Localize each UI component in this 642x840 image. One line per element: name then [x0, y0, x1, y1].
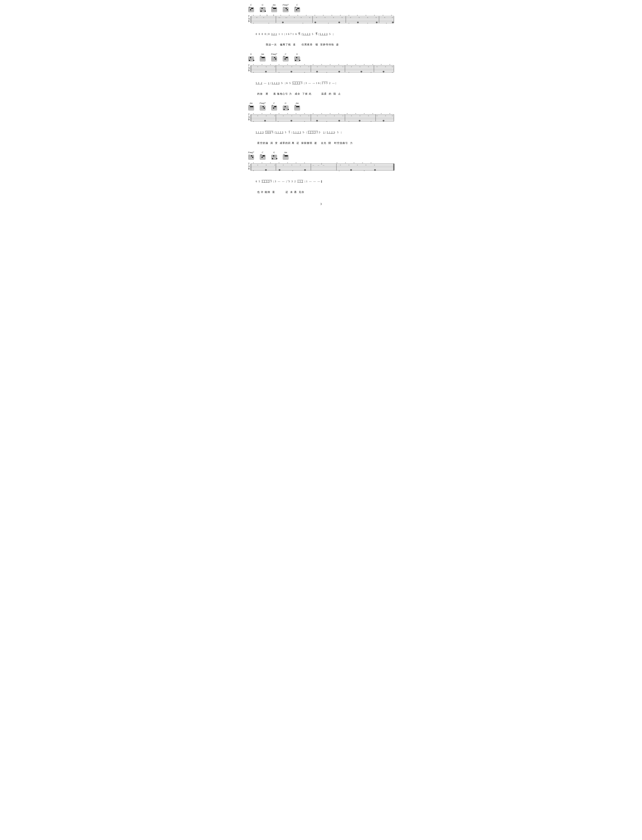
- chord-row-1: C ×: [248, 3, 394, 13]
- svg-point-335: [295, 105, 296, 106]
- svg-text:×: ×: [364, 169, 365, 172]
- svg-text:×: ×: [271, 105, 272, 106]
- svg-text:×: ×: [259, 154, 260, 155]
- svg-text:×: ×: [325, 66, 326, 68]
- svg-text:×: ×: [334, 115, 335, 117]
- chord-row-4: Fmaj7 × ×: [248, 151, 394, 160]
- svg-point-26: [262, 8, 263, 9]
- svg-text:×: ×: [323, 14, 324, 16]
- svg-text:×: ×: [391, 14, 392, 16]
- svg-text:×: ×: [353, 162, 354, 164]
- svg-text:×: ×: [392, 66, 393, 68]
- svg-text:5: 5: [266, 14, 268, 16]
- svg-text:×: ×: [348, 14, 349, 16]
- svg-text:×: ×: [345, 162, 346, 164]
- lyrics-line-3: 星空的漩 涡 变 成零的距 离 还 保留微弱 逝 去光 阴 时空扭曲引 力: [250, 138, 394, 148]
- svg-text:×: ×: [248, 105, 249, 106]
- svg-text:×: ×: [340, 164, 341, 166]
- svg-text:×: ×: [367, 16, 368, 18]
- svg-text:×: ×: [365, 164, 366, 166]
- svg-point-295: [264, 107, 265, 109]
- svg-point-337: [298, 106, 299, 107]
- svg-text:—: —: [285, 16, 287, 18]
- svg-text:×: ×: [351, 115, 352, 117]
- svg-text:×: ×: [384, 16, 385, 18]
- svg-text:⊗: ⊗: [316, 119, 318, 122]
- svg-point-69: [297, 8, 298, 9]
- svg-point-12: [251, 8, 252, 9]
- svg-text:×: ×: [365, 14, 366, 16]
- chord-diagram-Fmaj73: Fmaj7 × ×: [259, 102, 266, 111]
- svg-text:×: ×: [316, 16, 317, 18]
- svg-text:×: ×: [302, 22, 303, 24]
- svg-text:×: ×: [367, 22, 368, 24]
- svg-point-175: [274, 57, 275, 58]
- svg-text:⊗: ⊗: [314, 21, 316, 24]
- svg-text:×: ×: [268, 22, 269, 24]
- svg-text:×: ×: [283, 115, 284, 117]
- svg-text:×: ×: [248, 154, 249, 155]
- svg-point-412: [251, 156, 252, 156]
- svg-point-40: [274, 8, 275, 9]
- svg-text:×: ×: [278, 162, 279, 164]
- chord-label-C4: C: [273, 102, 275, 105]
- svg-point-27: [265, 11, 266, 12]
- chord-label-Fmaj74: Fmaj7: [248, 151, 254, 154]
- notation-line-1: 0 0 0 0 | 0 3 2 1 1 1 | 1 6 7 1 6 5̅ | 5…: [250, 29, 394, 39]
- svg-text:⊗: ⊗: [374, 169, 376, 171]
- chord-diagram-Fmaj71: Fmaj7 × ×: [282, 3, 289, 13]
- tab-staff-3: T A B × × × × × × × × ×: [248, 112, 394, 126]
- svg-text:×: ×: [340, 14, 341, 16]
- svg-point-294: [263, 106, 264, 107]
- svg-text:×: ×: [314, 14, 315, 16]
- svg-text:×: ×: [348, 22, 349, 24]
- svg-text:×: ×: [278, 71, 279, 73]
- section-2: G Am: [248, 53, 394, 99]
- svg-text:×: ×: [313, 63, 314, 65]
- svg-text:×: ×: [300, 115, 301, 117]
- svg-text:⊗: ⊗: [376, 21, 378, 24]
- svg-text:×: ×: [256, 16, 257, 18]
- svg-text:⊗: ⊗: [316, 70, 318, 73]
- svg-point-428: [264, 156, 265, 156]
- svg-point-203: [296, 57, 297, 58]
- chord-diagram-C1: C ×: [248, 3, 255, 13]
- svg-text:×: ×: [359, 66, 360, 68]
- svg-text:×: ×: [274, 164, 275, 166]
- svg-text:×: ×: [294, 6, 295, 8]
- svg-text:×: ×: [351, 66, 352, 68]
- svg-point-440: [273, 156, 274, 156]
- svg-text:×: ×: [292, 169, 293, 172]
- svg-text:—: —: [312, 164, 314, 166]
- svg-text:×: ×: [291, 164, 292, 166]
- chord-label-G2: G: [250, 53, 252, 55]
- chord-label-Fmaj73: Fmaj7: [259, 102, 266, 105]
- svg-point-439: [272, 158, 273, 159]
- section-3: Am ×: [248, 102, 394, 148]
- svg-text:×: ×: [274, 115, 275, 117]
- svg-text:×: ×: [289, 14, 290, 16]
- svg-text:×: ×: [304, 120, 305, 122]
- notation-line-2: 5 3 2 — 1 | 5 1 2 3 5· | 6 5 5 2 3 3 3 |…: [250, 78, 394, 89]
- svg-text:×: ×: [358, 16, 360, 18]
- svg-text:×: ×: [300, 164, 301, 166]
- svg-text:×: ×: [309, 16, 310, 18]
- svg-point-204: [299, 60, 300, 61]
- section-4: Fmaj7 × ×: [248, 151, 394, 198]
- notation-line-3: 5 1 2 3 5 6 6 5 | 5 1 2 3 5 5 | 5 1 2 3 …: [250, 127, 394, 138]
- svg-text:×: ×: [386, 22, 387, 24]
- notation-area-2: 5 3 2 — 1 | 5 1 2 3 5· | 6 5 5 2 3 3 3 |…: [248, 78, 394, 99]
- svg-text:×: ×: [266, 164, 267, 166]
- svg-text:⊗: ⊗: [358, 119, 360, 122]
- svg-point-413: [252, 157, 253, 158]
- svg-text:B: B: [248, 118, 250, 121]
- svg-point-338: [296, 106, 297, 107]
- svg-text:×: ×: [295, 162, 297, 164]
- svg-text:×: ×: [263, 16, 264, 18]
- svg-text:×: ×: [372, 63, 373, 65]
- svg-text:×: ×: [300, 16, 302, 18]
- svg-text:×: ×: [257, 164, 258, 166]
- chord-row-3: Am ×: [248, 102, 394, 111]
- svg-text:B: B: [248, 69, 250, 71]
- svg-text:—: —: [278, 16, 280, 18]
